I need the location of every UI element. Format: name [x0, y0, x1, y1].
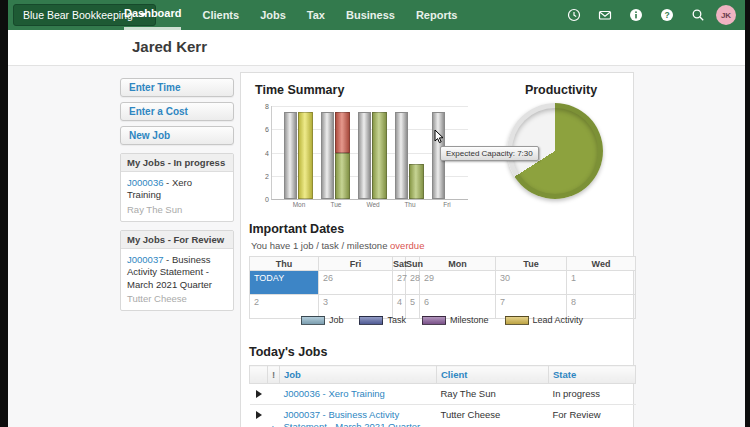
table-row: J000037 - Business Activity Statement - … — [250, 404, 636, 427]
calendar-cell[interactable]: 30 — [496, 271, 567, 295]
chart-tooltip: Expected Capacity: 7:30 — [440, 146, 539, 161]
calendar-legend: JobTaskMilestoneLead Activity — [249, 315, 635, 325]
top-icons: ? — [567, 0, 705, 30]
row-expand-arrow-icon[interactable] — [256, 411, 262, 419]
bar-segment-recorded-green — [335, 153, 350, 200]
legend-item-lead-activity: Lead Activity — [505, 315, 584, 325]
recorded-bar[interactable] — [298, 106, 313, 199]
y-tick-label: 8 — [258, 103, 269, 110]
todays-jobs-table: !JobClientStateJ000036 - Xero TrainingRa… — [249, 365, 636, 427]
capacity-bar[interactable] — [284, 112, 297, 199]
legend-label: Lead Activity — [533, 315, 584, 325]
right-letterbox — [745, 0, 750, 427]
dashboard-card: Time Summary Productivity 02468MonTueWed… — [240, 72, 634, 427]
recorded-bar[interactable] — [409, 106, 424, 199]
bar-segment-recorded-green — [409, 164, 424, 199]
top-nav-bar: Blue Bear Bookkeeping DashboardClientsJo… — [8, 0, 745, 30]
time-summary-title: Time Summary — [255, 83, 344, 97]
capacity-bar[interactable] — [395, 112, 408, 199]
state-cell: In progress — [549, 384, 636, 405]
job-cell: J000037 - Business Activity Statement - … — [280, 404, 437, 427]
help-icon[interactable]: ? — [660, 8, 674, 22]
tab-clients[interactable]: Clients — [202, 0, 239, 30]
recorded-bar[interactable] — [372, 106, 387, 199]
tab-dashboard[interactable]: Dashboard — [124, 0, 181, 30]
clock-icon[interactable] — [567, 8, 581, 22]
x-tick-label: Fri — [426, 201, 468, 208]
calendar-day-header: Wed — [567, 257, 636, 271]
y-tick-label: 2 — [258, 173, 269, 180]
job-link[interactable]: J000036 - Xero Training — [284, 388, 385, 399]
legend-swatch — [359, 316, 383, 325]
sidebar-jobs-section: My Jobs - For ReviewJ000037 - Business A… — [120, 230, 234, 311]
priority-cell — [268, 384, 280, 405]
section-title: My Jobs - In progress — [121, 154, 233, 172]
legend-label: Task — [387, 315, 406, 325]
search-icon[interactable] — [691, 8, 705, 22]
info-icon[interactable] — [629, 8, 643, 22]
column-header-job[interactable]: Job — [280, 366, 437, 384]
client-cell: Ray The Sun — [437, 384, 549, 405]
job-line: J000037 - Business Activity Statement - … — [127, 254, 227, 291]
section-body: J000037 - Business Activity Statement - … — [121, 249, 233, 310]
expand-column-header — [250, 366, 268, 384]
left-letterbox — [0, 0, 8, 427]
app-window: Blue Bear Bookkeeping DashboardClientsJo… — [0, 0, 750, 427]
calendar-cell[interactable]: 28 — [406, 271, 420, 295]
legend-label: Job — [329, 315, 344, 325]
nav-tabs: DashboardClientsJobsTaxBusinessReports — [124, 0, 457, 30]
enter-a-cost-button[interactable]: Enter a Cost — [120, 102, 234, 121]
job-client: Ray The Sun — [127, 204, 227, 216]
legend-item-task: Task — [359, 315, 406, 325]
enter-time-button[interactable]: Enter Time — [120, 78, 234, 97]
mouse-cursor — [434, 129, 445, 148]
job-link[interactable]: J000036 — [127, 177, 163, 188]
time-summary-chart[interactable]: 02468MonTueWedThuFri — [271, 106, 468, 200]
bar-segment-recorded-green — [372, 112, 387, 199]
page-title: Jared Kerr — [132, 38, 207, 55]
new-job-button[interactable]: New Job — [120, 126, 234, 145]
expand-cell — [250, 384, 268, 405]
productivity-title: Productivity — [491, 83, 631, 97]
legend-swatch — [422, 316, 446, 325]
calendar-today-cell[interactable]: TODAY — [250, 271, 319, 295]
job-line: J000036 - Xero Training — [127, 177, 227, 202]
y-tick-label: 0 — [258, 196, 269, 203]
recorded-bar[interactable] — [335, 106, 350, 199]
sidebar: Enter TimeEnter a CostNew Job My Jobs - … — [120, 78, 234, 311]
calendar-day-header: Tue — [496, 257, 567, 271]
calendar-day-header: Sat — [393, 257, 406, 271]
overdue-notice: You have 1 job / task / milestone overdu… — [251, 240, 424, 251]
tab-business[interactable]: Business — [346, 0, 395, 30]
tab-reports[interactable]: Reports — [416, 0, 458, 30]
section-body: J000036 - Xero TrainingRay The Sun — [121, 172, 233, 221]
column-header-state[interactable]: State — [549, 366, 636, 384]
row-expand-arrow-icon[interactable] — [256, 390, 262, 398]
overdue-link[interactable]: overdue — [390, 240, 424, 251]
calendar-cell[interactable]: 27 — [393, 271, 406, 295]
capacity-bar[interactable] — [358, 112, 371, 199]
capacity-bar[interactable] — [321, 112, 334, 199]
bar-segment-recorded-yellow — [298, 112, 313, 199]
job-link[interactable]: J000037 - Business Activity Statement - … — [284, 409, 421, 427]
calendar-cell[interactable]: 1 — [567, 271, 636, 295]
mail-icon[interactable] — [598, 8, 612, 22]
legend-item-milestone: Milestone — [422, 315, 489, 325]
legend-swatch — [301, 316, 325, 325]
calendar-cell[interactable]: 26 — [319, 271, 393, 295]
job-link[interactable]: J000037 — [127, 254, 163, 265]
org-name: Blue Bear Bookkeeping — [23, 9, 133, 21]
x-tick-label: Tue — [315, 201, 357, 208]
column-header-client[interactable]: Client — [437, 366, 549, 384]
tab-tax[interactable]: Tax — [307, 0, 325, 30]
calendar-cell[interactable]: 29 — [420, 271, 496, 295]
calendar-day-header: Thu — [250, 257, 319, 271]
y-tick-label: 6 — [258, 126, 269, 133]
avatar[interactable]: JK — [716, 5, 736, 25]
important-dates-heading: Important Dates — [249, 222, 344, 236]
tab-jobs[interactable]: Jobs — [260, 0, 286, 30]
priority-column-header: ! — [268, 366, 280, 384]
job-cell: J000036 - Xero Training — [280, 384, 437, 405]
table-row: J000036 - Xero TrainingRay The SunIn pro… — [250, 384, 636, 405]
y-tick-label: 4 — [258, 150, 269, 157]
